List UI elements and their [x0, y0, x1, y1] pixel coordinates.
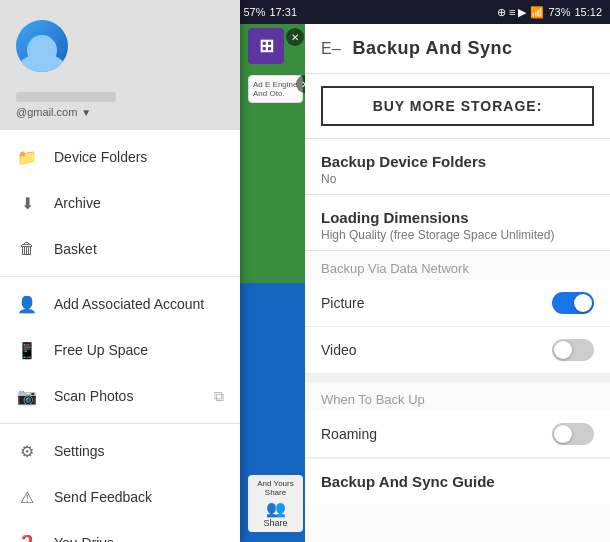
- left-panel: 📶 57% 17:31 ⊞ ✕ Ad E Engine And Oto. ✕ A…: [0, 0, 305, 542]
- person-add-icon: [16, 293, 38, 315]
- collage-button[interactable]: ⊞: [248, 28, 284, 64]
- settings-icon: [16, 440, 38, 462]
- sidebar-item-label-device-folders: Device Folders: [54, 149, 224, 165]
- avatar: [16, 20, 68, 72]
- picture-toggle[interactable]: [552, 292, 594, 314]
- sidebar-item-settings[interactable]: Settings: [0, 428, 240, 474]
- sidebar-item-free-up[interactable]: Free Up Space: [0, 327, 240, 373]
- share-text: And Yours Share: [252, 479, 299, 497]
- menu-divider-1: [0, 276, 240, 277]
- sidebar-item-scan-photos[interactable]: Scan Photos ⧉: [0, 373, 240, 419]
- drawer-panel: @gmail.com ▼ Device Folders Archive Bask…: [0, 0, 240, 542]
- roaming-label: Roaming: [321, 426, 377, 442]
- sidebar-item-basket[interactable]: Basket: [0, 226, 240, 272]
- status-bar-right: ⊕ ≡ ▶ 📶 73% 15:12: [305, 0, 610, 24]
- time-right: 15:12: [574, 6, 602, 18]
- page-title: Backup And Sync: [353, 38, 513, 59]
- roaming-toggle[interactable]: [552, 423, 594, 445]
- roaming-toggle-knob: [554, 425, 572, 443]
- right-header: E– Backup And Sync: [305, 24, 610, 74]
- wifi-icon: 📶: [530, 6, 544, 19]
- loading-dimensions-section[interactable]: Loading Dimensions High Quality (free St…: [305, 195, 610, 251]
- roaming-toggle-row: Roaming: [305, 411, 610, 458]
- video-toggle-knob: [554, 341, 572, 359]
- guide-label: Backup And Sync Guide: [321, 473, 495, 490]
- video-toggle[interactable]: [552, 339, 594, 361]
- camera-icon: [16, 385, 38, 407]
- sidebar-item-you-drive[interactable]: You Drive: [0, 520, 240, 542]
- right-panel: ⊕ ≡ ▶ 📶 73% 15:12 E– Backup And Sync BUY…: [305, 0, 610, 542]
- backup-device-folders-section[interactable]: Backup Device Folders No: [305, 139, 610, 195]
- feedback-icon: [16, 486, 38, 508]
- battery-right: 73%: [548, 6, 570, 18]
- sidebar-item-label-you-drive: You Drive: [54, 535, 224, 542]
- backup-via-header: Backup Via Data Network: [305, 251, 610, 280]
- sidebar-item-label-settings: Settings: [54, 443, 224, 459]
- trash-icon: [16, 238, 38, 260]
- share-icon: 👥: [252, 499, 299, 518]
- sidebar-item-add-account[interactable]: Add Associated Account: [0, 281, 240, 327]
- account-name: [16, 92, 116, 102]
- sidebar-item-label-free-up: Free Up Space: [54, 342, 224, 358]
- ad-card: Ad E Engine And Oto.: [248, 75, 303, 103]
- video-toggle-row: Video: [305, 327, 610, 374]
- sidebar-item-label-send-feedback: Send Feedback: [54, 489, 224, 505]
- loading-dimensions-subtitle: High Quality (free Storage Space Unlimit…: [321, 228, 594, 242]
- loading-dimensions-title: Loading Dimensions: [321, 209, 594, 226]
- icons-right: ⊕ ≡ ▶: [497, 6, 527, 19]
- free-up-icon: [16, 339, 38, 361]
- collage-icon: ⊞: [259, 35, 274, 57]
- sidebar-item-label-scan-photos: Scan Photos: [54, 388, 198, 404]
- avatar-body: [20, 54, 64, 72]
- when-to-backup-header: When To Back Up: [305, 382, 610, 411]
- drawer-menu: Device Folders Archive Basket Add Associ…: [0, 130, 240, 542]
- close-collage-button[interactable]: ✕: [286, 28, 304, 46]
- drawer-header: @gmail.com ▼: [0, 0, 240, 130]
- battery-left: 57%: [243, 6, 265, 18]
- settings-content: BUY MORE STORAGE: Backup Device Folders …: [305, 74, 610, 542]
- folder-icon: [16, 146, 38, 168]
- picture-toggle-row: Picture: [305, 280, 610, 327]
- section-divider: [305, 374, 610, 382]
- menu-divider-2: [0, 423, 240, 424]
- storage-button-container: BUY MORE STORAGE:: [305, 74, 610, 139]
- sidebar-item-label-basket: Basket: [54, 241, 224, 257]
- back-button[interactable]: E–: [321, 40, 341, 58]
- picture-toggle-knob: [574, 294, 592, 312]
- sidebar-item-archive[interactable]: Archive: [0, 180, 240, 226]
- sidebar-item-send-feedback[interactable]: Send Feedback: [0, 474, 240, 520]
- ad-text: Ad E Engine And Oto.: [253, 80, 297, 98]
- buy-storage-button[interactable]: BUY MORE STORAGE:: [321, 86, 594, 126]
- backup-device-folders-subtitle: No: [321, 172, 594, 186]
- guide-row[interactable]: Backup And Sync Guide: [305, 458, 610, 504]
- account-email: @gmail.com: [16, 106, 77, 118]
- time-left: 17:31: [269, 6, 297, 18]
- external-link-icon: ⧉: [214, 388, 224, 405]
- archive-icon: [16, 192, 38, 214]
- share-card[interactable]: And Yours Share 👥 Share: [248, 475, 303, 532]
- sidebar-item-label-archive: Archive: [54, 195, 224, 211]
- share-label: Share: [252, 518, 299, 528]
- picture-label: Picture: [321, 295, 365, 311]
- sidebar-item-device-folders[interactable]: Device Folders: [0, 134, 240, 180]
- help-icon: [16, 532, 38, 542]
- dropdown-arrow-icon[interactable]: ▼: [81, 107, 91, 118]
- backup-device-folders-title: Backup Device Folders: [321, 153, 594, 170]
- sidebar-item-label-add-account: Add Associated Account: [54, 296, 224, 312]
- video-label: Video: [321, 342, 357, 358]
